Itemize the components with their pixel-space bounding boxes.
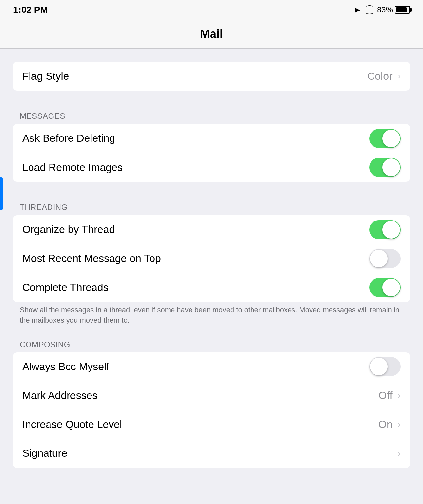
mark-addresses-chevron: ›: [398, 390, 401, 401]
organize-by-thread-toggle[interactable]: [369, 220, 401, 239]
load-remote-images-toggle[interactable]: [369, 158, 401, 177]
battery-percent: 83%: [377, 5, 393, 14]
mark-addresses-right: Off ›: [379, 389, 401, 402]
signature-label: Signature: [22, 447, 67, 459]
most-recent-message-label: Most Recent Message on Top: [22, 252, 161, 264]
threading-card: Organize by Thread Most Recent Message o…: [13, 215, 410, 302]
nav-bar: Mail: [0, 20, 423, 49]
threading-footer: Show all the messages in a thread, even …: [13, 302, 410, 332]
complete-threads-label: Complete Threads: [22, 282, 109, 294]
load-remote-images-label: Load Remote Images: [22, 161, 123, 174]
flag-style-row[interactable]: Flag Style Color ›: [13, 62, 410, 91]
organize-by-thread-thumb: [382, 221, 400, 239]
mark-addresses-row[interactable]: Mark Addresses Off ›: [13, 381, 410, 410]
bluetooth-icon: ⁐: [366, 5, 373, 14]
signature-row[interactable]: Signature ›: [13, 439, 410, 468]
most-recent-message-row: Most Recent Message on Top: [13, 244, 410, 273]
ask-before-deleting-label: Ask Before Deleting: [22, 132, 115, 144]
signature-chevron: ›: [398, 448, 401, 459]
always-bcc-myself-row: Always Bcc Myself: [13, 352, 410, 381]
ask-before-deleting-toggle[interactable]: [369, 129, 401, 148]
threading-section: THREADING Organize by Thread Most Recent…: [13, 195, 410, 332]
battery-icon: [395, 6, 410, 14]
composing-section: COMPOSING Always Bcc Myself Mark Address…: [13, 332, 410, 468]
signature-right: ›: [398, 448, 401, 459]
organize-by-thread-row: Organize by Thread: [13, 215, 410, 244]
always-bcc-myself-thumb: [370, 358, 388, 375]
increase-quote-level-right: On ›: [378, 418, 401, 430]
load-remote-images-thumb: [382, 158, 400, 176]
content: Flag Style Color › MESSAGES Ask Before D…: [0, 49, 423, 481]
sidebar-indicator: [0, 177, 3, 210]
messages-header: MESSAGES: [13, 104, 410, 124]
ask-before-deleting-row: Ask Before Deleting: [13, 124, 410, 153]
increase-quote-level-row[interactable]: Increase Quote Level On ›: [13, 410, 410, 439]
increase-quote-level-chevron: ›: [398, 419, 401, 430]
most-recent-message-toggle[interactable]: [369, 249, 401, 268]
mark-addresses-label: Mark Addresses: [22, 389, 97, 402]
location-icon: ►: [354, 5, 362, 14]
flag-style-label: Flag Style: [22, 70, 69, 82]
load-remote-images-row: Load Remote Images: [13, 153, 410, 182]
status-time: 1:02 PM: [13, 5, 48, 15]
increase-quote-level-value: On: [378, 418, 393, 430]
most-recent-message-thumb: [370, 250, 388, 267]
battery-fill: [396, 7, 407, 12]
status-icons: ► ⁐ 83%: [354, 5, 410, 14]
status-bar: 1:02 PM ► ⁐ 83%: [0, 0, 423, 20]
flag-style-card: Flag Style Color ›: [13, 62, 410, 91]
mark-addresses-value: Off: [379, 389, 393, 402]
organize-by-thread-label: Organize by Thread: [22, 223, 115, 236]
messages-section: MESSAGES Ask Before Deleting Load Remote…: [13, 104, 410, 182]
complete-threads-toggle[interactable]: [369, 278, 401, 297]
ask-before-deleting-thumb: [382, 130, 400, 147]
composing-header: COMPOSING: [13, 332, 410, 352]
complete-threads-thumb: [382, 279, 400, 296]
increase-quote-level-label: Increase Quote Level: [22, 418, 122, 430]
composing-card: Always Bcc Myself Mark Addresses Off › I…: [13, 352, 410, 468]
threading-header: THREADING: [13, 195, 410, 215]
flag-style-right: Color ›: [367, 70, 401, 82]
complete-threads-row: Complete Threads: [13, 273, 410, 302]
nav-title: Mail: [200, 27, 223, 41]
messages-card: Ask Before Deleting Load Remote Images: [13, 124, 410, 182]
flag-style-value: Color: [367, 70, 392, 82]
always-bcc-myself-label: Always Bcc Myself: [22, 361, 109, 373]
flag-style-chevron: ›: [398, 71, 401, 81]
always-bcc-myself-toggle[interactable]: [369, 357, 401, 376]
battery-container: 83%: [377, 5, 410, 14]
